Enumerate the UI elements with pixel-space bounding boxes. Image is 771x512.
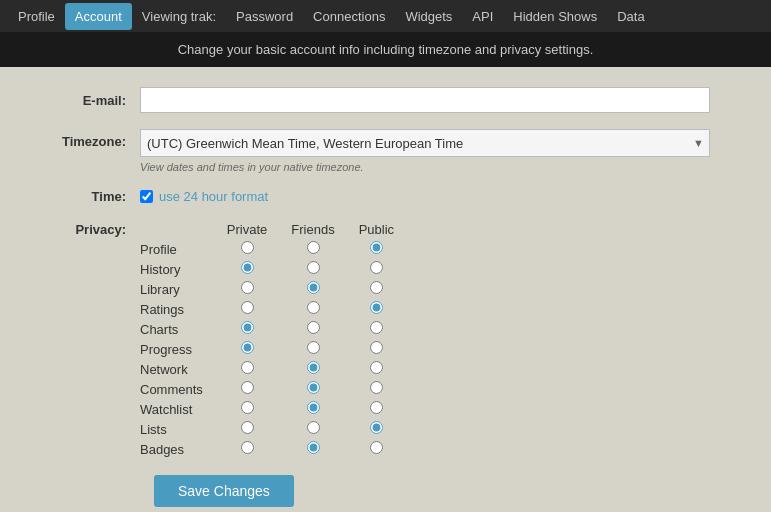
privacy-radio-progress-public[interactable]	[370, 341, 383, 354]
privacy-row-label-watchlist: Watchlist	[140, 399, 215, 419]
privacy-radio-charts-friends[interactable]	[307, 321, 320, 334]
privacy-row-label-badges: Badges	[140, 439, 215, 459]
privacy-cell-ratings-public	[347, 299, 406, 319]
privacy-cell-network-friends	[279, 359, 346, 379]
privacy-cell-history-public	[347, 259, 406, 279]
privacy-radio-ratings-friends[interactable]	[307, 301, 320, 314]
time-24-checkbox[interactable]	[140, 190, 153, 203]
time-24-label[interactable]: use 24 hour format	[159, 189, 268, 204]
email-input[interactable]	[140, 87, 710, 113]
privacy-row-network: Network	[140, 359, 406, 379]
nav-item-password[interactable]: Password	[226, 3, 303, 30]
privacy-cell-badges-private	[215, 439, 279, 459]
privacy-row-progress: Progress	[140, 339, 406, 359]
privacy-row-history: History	[140, 259, 406, 279]
timezone-control: (UTC) Greenwich Mean Time, Western Europ…	[140, 129, 731, 173]
privacy-radio-profile-friends[interactable]	[307, 241, 320, 254]
privacy-row-label-comments: Comments	[140, 379, 215, 399]
privacy-cell-profile-private	[215, 239, 279, 259]
privacy-row-comments: Comments	[140, 379, 406, 399]
privacy-radio-history-public[interactable]	[370, 261, 383, 274]
time-control: use 24 hour format	[140, 189, 731, 204]
privacy-cell-comments-friends	[279, 379, 346, 399]
privacy-radio-watchlist-friends[interactable]	[307, 401, 320, 414]
privacy-cell-comments-public	[347, 379, 406, 399]
privacy-radio-watchlist-private[interactable]	[241, 401, 254, 414]
privacy-radio-library-friends[interactable]	[307, 281, 320, 294]
nav-item-hiddenshows[interactable]: Hidden Shows	[503, 3, 607, 30]
email-label: E-mail:	[40, 93, 140, 108]
privacy-radio-badges-public[interactable]	[370, 441, 383, 454]
timezone-hint: View dates and times in your native time…	[140, 161, 731, 173]
privacy-table: Private Friends Public ProfileHistoryLib…	[140, 220, 406, 459]
privacy-row-label-profile: Profile	[140, 239, 215, 259]
privacy-radio-charts-private[interactable]	[241, 321, 254, 334]
banner: Change your basic account info including…	[0, 32, 771, 67]
privacy-radio-watchlist-public[interactable]	[370, 401, 383, 414]
privacy-row-ratings: Ratings	[140, 299, 406, 319]
privacy-row-profile: Profile	[140, 239, 406, 259]
privacy-cell-badges-friends	[279, 439, 346, 459]
nav-item-profile[interactable]: Profile	[8, 3, 65, 30]
privacy-cell-lists-public	[347, 419, 406, 439]
privacy-cell-network-public	[347, 359, 406, 379]
privacy-radio-ratings-public[interactable]	[370, 301, 383, 314]
privacy-radio-comments-friends[interactable]	[307, 381, 320, 394]
timezone-select[interactable]: (UTC) Greenwich Mean Time, Western Europ…	[140, 129, 710, 157]
nav-item-viewingtrak[interactable]: Viewing trak:	[132, 3, 226, 30]
privacy-radio-library-public[interactable]	[370, 281, 383, 294]
email-control	[140, 87, 731, 113]
banner-text: Change your basic account info including…	[178, 42, 594, 57]
privacy-col-friends: Friends	[279, 220, 346, 239]
privacy-radio-network-public[interactable]	[370, 361, 383, 374]
privacy-radio-badges-private[interactable]	[241, 441, 254, 454]
privacy-row-label-progress: Progress	[140, 339, 215, 359]
nav-item-connections[interactable]: Connections	[303, 3, 395, 30]
privacy-radio-ratings-private[interactable]	[241, 301, 254, 314]
privacy-cell-lists-friends	[279, 419, 346, 439]
nav-item-data[interactable]: Data	[607, 3, 654, 30]
privacy-table-wrapper: Private Friends Public ProfileHistoryLib…	[140, 220, 406, 459]
privacy-row-library: Library	[140, 279, 406, 299]
privacy-row-badges: Badges	[140, 439, 406, 459]
privacy-radio-progress-private[interactable]	[241, 341, 254, 354]
privacy-radio-history-private[interactable]	[241, 261, 254, 274]
nav-item-api[interactable]: API	[462, 3, 503, 30]
privacy-radio-lists-public[interactable]	[370, 421, 383, 434]
privacy-cell-badges-public	[347, 439, 406, 459]
privacy-cell-ratings-friends	[279, 299, 346, 319]
nav-item-account[interactable]: Account	[65, 3, 132, 30]
main-content: E-mail: Timezone: (UTC) Greenwich Mean T…	[0, 67, 771, 512]
privacy-radio-network-friends[interactable]	[307, 361, 320, 374]
privacy-radio-lists-friends[interactable]	[307, 421, 320, 434]
privacy-cell-ratings-private	[215, 299, 279, 319]
privacy-cell-progress-private	[215, 339, 279, 359]
privacy-cell-comments-private	[215, 379, 279, 399]
privacy-radio-library-private[interactable]	[241, 281, 254, 294]
timezone-select-wrapper: (UTC) Greenwich Mean Time, Western Europ…	[140, 129, 710, 157]
privacy-radio-progress-friends[interactable]	[307, 341, 320, 354]
privacy-row-label-ratings: Ratings	[140, 299, 215, 319]
privacy-radio-network-private[interactable]	[241, 361, 254, 374]
privacy-radio-lists-private[interactable]	[241, 421, 254, 434]
timezone-label: Timezone:	[40, 129, 140, 149]
privacy-cell-profile-public	[347, 239, 406, 259]
privacy-radio-history-friends[interactable]	[307, 261, 320, 274]
privacy-cell-lists-private	[215, 419, 279, 439]
privacy-radio-profile-public[interactable]	[370, 241, 383, 254]
privacy-col-private: Private	[215, 220, 279, 239]
nav-item-widgets[interactable]: Widgets	[395, 3, 462, 30]
privacy-radio-comments-public[interactable]	[370, 381, 383, 394]
privacy-cell-library-private	[215, 279, 279, 299]
privacy-radio-charts-public[interactable]	[370, 321, 383, 334]
privacy-row-charts: Charts	[140, 319, 406, 339]
privacy-radio-badges-friends[interactable]	[307, 441, 320, 454]
privacy-cell-charts-friends	[279, 319, 346, 339]
privacy-radio-profile-private[interactable]	[241, 241, 254, 254]
email-row: E-mail:	[40, 87, 731, 113]
privacy-radio-comments-private[interactable]	[241, 381, 254, 394]
privacy-row-lists: Lists	[140, 419, 406, 439]
save-button[interactable]: Save Changes	[154, 475, 294, 507]
privacy-cell-watchlist-private	[215, 399, 279, 419]
privacy-cell-charts-private	[215, 319, 279, 339]
